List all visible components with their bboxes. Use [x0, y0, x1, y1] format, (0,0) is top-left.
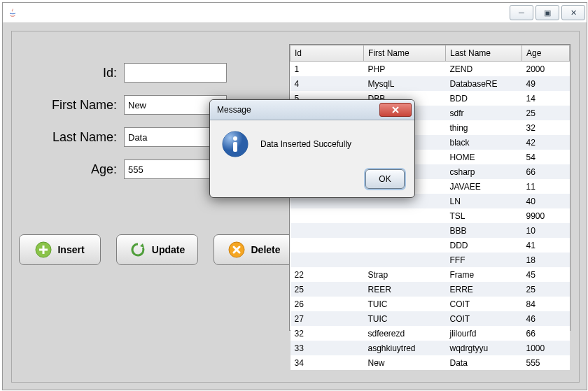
- cell-last: thing: [446, 120, 522, 135]
- first-name-label: First Name:: [26, 98, 124, 113]
- cell-last: jlilourfd: [446, 326, 522, 341]
- table-row[interactable]: 1PHPZEND2000: [290, 62, 570, 77]
- table-row[interactable]: 27TUICCOIT46: [290, 311, 570, 326]
- cell-last: Data: [446, 355, 522, 370]
- cell-age: 40: [522, 194, 570, 208]
- cell-last: BBB: [446, 223, 522, 238]
- col-first[interactable]: First Name: [364, 45, 446, 62]
- cell-id: [290, 208, 364, 223]
- cell-age: 45: [522, 267, 570, 282]
- close-button[interactable]: ✕: [561, 5, 585, 20]
- id-label: Id:: [26, 66, 124, 80]
- dialog-body: Data Inserted Succefully: [210, 120, 414, 165]
- dialog-message: Data Inserted Succefully: [260, 139, 351, 149]
- dialog-titlebar: Message: [210, 100, 414, 120]
- cell-id: 4: [290, 76, 364, 91]
- table-row[interactable]: 33asghkiuytredwqdrgtyyu1000: [290, 341, 570, 355]
- client-area: Id: First Name: Last Name: Age:: [3, 22, 587, 390]
- cell-age: 54: [522, 150, 570, 164]
- cell-id: 27: [290, 311, 364, 326]
- dialog-close-button[interactable]: [379, 103, 412, 117]
- cell-first: [364, 223, 446, 238]
- cell-id: 33: [290, 341, 364, 355]
- col-last[interactable]: Last Name: [446, 45, 522, 62]
- cell-age: 32: [522, 120, 570, 135]
- cell-last: ZEND: [446, 62, 522, 77]
- insert-button[interactable]: Insert: [19, 234, 101, 265]
- cell-age: 49: [522, 76, 570, 91]
- table-row[interactable]: DDD41: [290, 238, 570, 253]
- cell-first: TUIC: [364, 297, 446, 311]
- app-window: ─ ▣ ✕ Id: First Name: Last Name:: [2, 2, 587, 390]
- svg-point-6: [233, 136, 237, 141]
- cell-last: csharp: [446, 164, 522, 179]
- cell-last: BDD: [446, 91, 522, 106]
- cell-last: FFF: [446, 253, 522, 267]
- dialog-title: Message: [217, 105, 251, 115]
- id-input[interactable]: [124, 63, 227, 83]
- cell-age: 42: [522, 135, 570, 150]
- info-icon: [221, 130, 249, 158]
- cell-first: asghkiuytred: [364, 341, 446, 355]
- table-row[interactable]: BBB10: [290, 223, 570, 238]
- table-row[interactable]: TSL9900: [290, 208, 570, 223]
- dialog-button-row: OK: [210, 165, 414, 197]
- dialog-ok-button[interactable]: OK: [365, 169, 405, 189]
- cell-age: 1000: [522, 341, 570, 355]
- cell-first: sdfeerezd: [364, 326, 446, 341]
- col-id[interactable]: Id: [290, 45, 364, 62]
- cell-id: 22: [290, 267, 364, 282]
- cell-age: 25: [522, 106, 570, 120]
- refresh-icon: [130, 241, 146, 258]
- maximize-button[interactable]: ▣: [536, 5, 559, 20]
- cell-first: MysqlL: [364, 76, 446, 91]
- cell-id: [290, 223, 364, 238]
- delete-button[interactable]: Delete: [214, 234, 295, 265]
- data-table[interactable]: Id First Name Last Name Age 1PHPZEND2000…: [290, 45, 570, 370]
- table-row[interactable]: 32sdfeerezdjlilourfd66: [290, 326, 570, 341]
- update-button[interactable]: Update: [116, 234, 198, 265]
- svg-rect-2: [39, 249, 48, 251]
- table-row[interactable]: 22StrapFrame45: [290, 267, 570, 282]
- svg-rect-7: [233, 142, 237, 152]
- cell-age: 9900: [522, 208, 570, 223]
- cell-age: 11: [522, 179, 570, 194]
- col-age[interactable]: Age: [522, 45, 570, 62]
- table-row[interactable]: 26TUICCOIT84: [290, 297, 570, 311]
- age-label: Age:: [26, 162, 124, 177]
- java-app-icon: [7, 7, 18, 18]
- cell-id: 25: [290, 282, 364, 297]
- delete-icon: [228, 241, 245, 258]
- cell-id: [290, 253, 364, 267]
- cell-id: 32: [290, 326, 364, 341]
- window-controls: ─ ▣ ✕: [507, 5, 585, 20]
- table-row[interactable]: 25REERERRE25: [290, 282, 570, 297]
- dialog-ok-label: OK: [379, 174, 391, 184]
- table-row[interactable]: 34NewData555: [290, 355, 570, 370]
- cell-last: ERRE: [446, 282, 522, 297]
- cell-age: 10: [522, 223, 570, 238]
- cell-first: [364, 253, 446, 267]
- cell-last: black: [446, 135, 522, 150]
- action-button-row: Insert Update Delete: [19, 234, 295, 265]
- table-row[interactable]: FFF18: [290, 253, 570, 267]
- cell-age: 46: [522, 311, 570, 326]
- minimize-button[interactable]: ─: [510, 5, 533, 20]
- cell-last: Frame: [446, 267, 522, 282]
- cell-first: REER: [364, 282, 446, 297]
- table-row[interactable]: 4MysqlLDatabaseRE49: [290, 76, 570, 91]
- delete-button-label: Delete: [251, 244, 280, 255]
- update-button-label: Update: [152, 244, 185, 255]
- cell-last: DatabaseRE: [446, 76, 522, 91]
- cell-age: 84: [522, 297, 570, 311]
- cell-last: wqdrgtyyu: [446, 341, 522, 355]
- cell-age: 14: [522, 91, 570, 106]
- cell-first: PHP: [364, 62, 446, 77]
- cell-last: LN: [446, 194, 522, 208]
- cell-age: 41: [522, 238, 570, 253]
- cell-id: [290, 238, 364, 253]
- cell-age: 18: [522, 253, 570, 267]
- message-dialog: Message Data Inserted Succefully OK: [209, 99, 415, 198]
- cell-first: [364, 208, 446, 223]
- cell-age: 2000: [522, 62, 570, 77]
